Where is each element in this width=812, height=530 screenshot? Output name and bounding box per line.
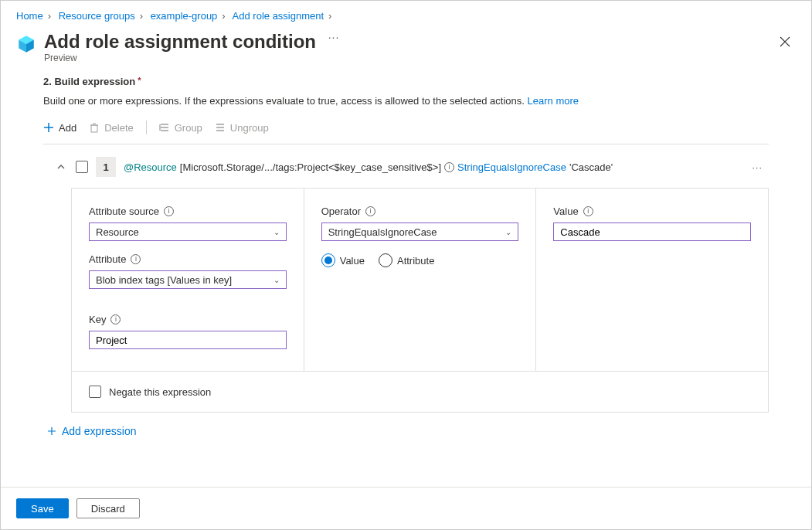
row-more-button[interactable]: ··· [752, 161, 763, 173]
add-expression-button[interactable]: Add expression [46, 425, 137, 437]
info-icon[interactable]: i [365, 206, 375, 216]
compare-value-radio[interactable]: Value [321, 253, 365, 267]
step-title: 2. Build expression* [43, 76, 769, 87]
expression-index: 1 [96, 157, 116, 177]
info-icon[interactable]: i [444, 162, 454, 172]
title-more-icon[interactable]: ··· [328, 31, 340, 43]
trash-icon [89, 122, 100, 133]
attribute-source-select[interactable]: Resource ⌄ [89, 223, 287, 241]
chevron-down-icon: ⌄ [273, 228, 280, 236]
breadcrumb-add-role-assignment[interactable]: Add role assignment [233, 10, 324, 22]
operator-select[interactable]: StringEqualsIgnoreCase ⌄ [321, 223, 519, 241]
plus-icon [46, 426, 57, 437]
compare-attribute-radio[interactable]: Attribute [379, 253, 434, 267]
discard-button[interactable]: Discard [76, 498, 140, 518]
close-button[interactable] [774, 31, 796, 53]
page-title: Add role assignment condition [44, 31, 316, 53]
group-button: Group [159, 122, 202, 134]
expression-card: Attribute sourcei Resource ⌄ Attributei … [71, 188, 769, 413]
attribute-select[interactable]: Blob index tags [Values in key] ⌄ [89, 270, 287, 289]
info-icon[interactable]: i [110, 314, 121, 324]
expression-preview: @Resource[Microsoft.Storage/.../tags:Pro… [124, 161, 613, 173]
key-label: Keyi [89, 314, 287, 325]
breadcrumb-example-group[interactable]: example-group [151, 10, 218, 22]
breadcrumb-home[interactable]: Home [16, 10, 43, 22]
ungroup-button: Ungroup [215, 122, 269, 134]
footer: Save Discard [1, 487, 811, 529]
negate-label: Negate this expression [109, 386, 211, 398]
delete-button: Delete [89, 122, 134, 134]
key-input[interactable] [89, 331, 287, 349]
compare-mode-radios: Value Attribute [321, 253, 519, 267]
attribute-label: Attributei [89, 253, 287, 265]
expression-toolbar: Add Delete Group Ungroup [43, 121, 769, 134]
expression-row: 1 @Resource[Microsoft.Storage/.../tags:P… [43, 154, 769, 188]
value-column: Valuei [536, 189, 768, 371]
operator-label: Operatori [321, 206, 519, 217]
cube-icon [16, 34, 36, 54]
plus-icon [43, 122, 54, 133]
source-column: Attribute sourcei Resource ⌄ Attributei … [72, 189, 304, 371]
step-description: Build one or more expressions. If the ex… [43, 95, 769, 107]
value-label: Valuei [553, 206, 751, 217]
chevron-down-icon: ⌄ [273, 276, 280, 284]
info-icon[interactable]: i [164, 206, 174, 216]
learn-more-link[interactable]: Learn more [528, 95, 579, 107]
chevron-down-icon: ⌄ [505, 228, 511, 236]
info-icon[interactable]: i [583, 206, 593, 216]
attribute-source-label: Attribute sourcei [89, 206, 287, 217]
value-input[interactable] [553, 223, 751, 241]
negate-row: Negate this expression [72, 371, 768, 412]
ungroup-icon [215, 122, 226, 133]
operator-column: Operatori StringEqualsIgnoreCase ⌄ Value [304, 189, 537, 371]
save-button[interactable]: Save [16, 498, 69, 518]
expression-checkbox[interactable] [76, 161, 88, 173]
add-button[interactable]: Add [43, 122, 76, 134]
group-icon [159, 122, 170, 133]
info-icon[interactable]: i [131, 254, 141, 264]
breadcrumb: Home› Resource groups› example-group› Ad… [1, 1, 811, 28]
chevron-up-icon [56, 162, 66, 172]
breadcrumb-resource-groups[interactable]: Resource groups [59, 10, 135, 22]
negate-checkbox[interactable] [89, 386, 101, 398]
collapse-button[interactable] [54, 160, 68, 174]
page-subtitle: Preview [44, 53, 774, 63]
required-star: * [138, 76, 141, 85]
